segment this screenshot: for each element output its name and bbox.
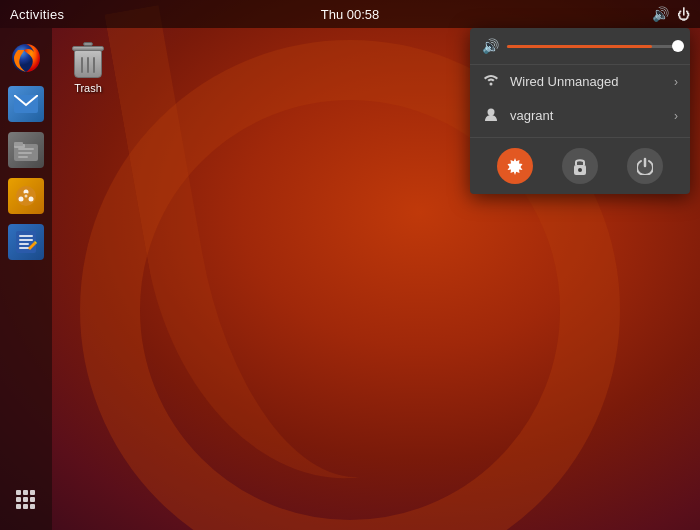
- power-icon[interactable]: ⏻: [677, 7, 690, 22]
- firefox-icon: [8, 40, 44, 76]
- svg-rect-6: [18, 152, 32, 154]
- svg-rect-24: [30, 497, 35, 502]
- topbar-left: Activities: [10, 7, 64, 22]
- svg-rect-7: [18, 156, 28, 158]
- menu-power-button[interactable]: [627, 148, 663, 184]
- svg-rect-22: [16, 497, 21, 502]
- topbar: Activities Thu 00:58 🔊 ⏻: [0, 0, 700, 28]
- svg-rect-4: [14, 142, 23, 146]
- trash-desktop-icon[interactable]: Trash: [68, 38, 108, 98]
- grid-icon: [16, 490, 36, 510]
- menu-settings-button[interactable]: [497, 148, 533, 184]
- topbar-clock[interactable]: Thu 00:58: [321, 7, 380, 22]
- svg-point-32: [578, 168, 582, 172]
- svg-point-29: [488, 109, 495, 116]
- settings-icon: [8, 178, 44, 214]
- dock-item-firefox[interactable]: [6, 38, 46, 78]
- svg-rect-25: [16, 504, 21, 509]
- svg-rect-23: [23, 497, 28, 502]
- user-item-left: vagrant: [482, 106, 553, 125]
- svg-rect-15: [19, 235, 33, 237]
- system-menu: 🔊 Wired Unmanaged ›: [470, 28, 690, 194]
- network-item-left: Wired Unmanaged: [482, 73, 618, 90]
- dock-item-settings[interactable]: [6, 176, 46, 216]
- trash-label: Trash: [74, 82, 102, 94]
- svg-point-28: [490, 83, 493, 86]
- svg-rect-19: [16, 490, 21, 495]
- network-chevron: ›: [674, 75, 678, 89]
- volume-fill: [507, 45, 652, 48]
- dock-item-files[interactable]: [6, 130, 46, 170]
- writer-icon: [8, 224, 44, 260]
- svg-rect-17: [19, 243, 29, 245]
- svg-point-10: [19, 197, 24, 202]
- desktop: Activities Thu 00:58 🔊 ⏻: [0, 0, 700, 530]
- svg-rect-20: [23, 490, 28, 495]
- menu-item-user[interactable]: vagrant ›: [470, 98, 690, 133]
- menu-buttons: [470, 137, 690, 194]
- email-icon: [8, 86, 44, 122]
- files-icon: [8, 132, 44, 168]
- trash-can-image: [72, 42, 104, 78]
- dock-bottom: [8, 482, 44, 518]
- svg-rect-27: [30, 504, 35, 509]
- network-label: Wired Unmanaged: [510, 74, 618, 89]
- show-applications-button[interactable]: [8, 482, 44, 518]
- volume-icon[interactable]: 🔊: [652, 6, 669, 22]
- menu-lock-button[interactable]: [562, 148, 598, 184]
- user-icon: [482, 106, 500, 125]
- svg-rect-5: [18, 148, 34, 150]
- topbar-right: 🔊 ⏻: [652, 6, 690, 22]
- dock: [0, 28, 52, 530]
- volume-slider[interactable]: [507, 45, 678, 48]
- volume-icon-sm: 🔊: [482, 38, 499, 54]
- network-icon: [482, 73, 500, 90]
- svg-rect-16: [19, 239, 33, 241]
- svg-point-13: [25, 195, 28, 198]
- activities-button[interactable]: Activities: [10, 7, 64, 22]
- user-chevron: ›: [674, 109, 678, 123]
- menu-item-network[interactable]: Wired Unmanaged ›: [470, 65, 690, 98]
- svg-rect-21: [30, 490, 35, 495]
- volume-thumb[interactable]: [672, 40, 684, 52]
- dock-item-email[interactable]: [6, 84, 46, 124]
- user-label: vagrant: [510, 108, 553, 123]
- svg-point-11: [29, 197, 34, 202]
- dock-item-writer[interactable]: [6, 222, 46, 262]
- volume-row[interactable]: 🔊: [470, 28, 690, 65]
- svg-rect-14: [16, 231, 36, 253]
- svg-rect-26: [23, 504, 28, 509]
